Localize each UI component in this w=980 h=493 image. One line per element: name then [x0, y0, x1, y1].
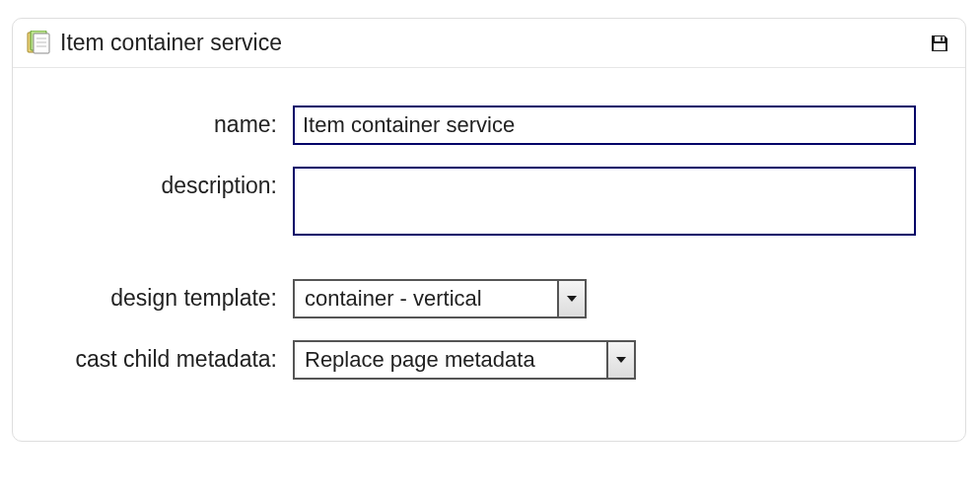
label-description: description:: [48, 167, 293, 199]
form-body: name: description: design template: cont…: [13, 68, 965, 441]
label-cast-child-metadata: cast child metadata:: [48, 340, 293, 373]
dropdown-button[interactable]: [557, 281, 585, 317]
save-button[interactable]: [928, 32, 951, 55]
documents-stack-icon: [23, 28, 54, 59]
row-description: description:: [48, 167, 930, 240]
dropdown-button[interactable]: [606, 342, 634, 378]
svg-rect-7: [941, 36, 943, 40]
label-design-template: design template:: [48, 279, 293, 312]
design-template-select[interactable]: container - vertical: [293, 279, 587, 318]
save-icon: [930, 34, 949, 53]
row-name: name:: [48, 106, 930, 145]
svg-rect-2: [34, 34, 49, 53]
svg-rect-8: [934, 43, 945, 50]
description-textarea[interactable]: [293, 167, 916, 236]
cast-child-metadata-select[interactable]: Replace page metadata: [293, 340, 636, 380]
svg-marker-9: [567, 296, 577, 302]
panel-header: Item container service: [13, 19, 965, 68]
panel-title: Item container service: [60, 30, 282, 56]
chevron-down-icon: [566, 293, 578, 305]
svg-marker-10: [616, 357, 626, 363]
design-template-selected: container - vertical: [295, 281, 557, 317]
row-design-template: design template: container - vertical: [48, 279, 930, 318]
chevron-down-icon: [615, 354, 627, 366]
name-input[interactable]: [293, 106, 916, 145]
label-name: name:: [48, 106, 293, 138]
svg-rect-6: [935, 36, 945, 41]
row-cast-child-metadata: cast child metadata: Replace page metada…: [48, 340, 930, 380]
item-container-panel: Item container service name: descripti: [12, 18, 966, 442]
cast-child-metadata-selected: Replace page metadata: [295, 342, 606, 378]
